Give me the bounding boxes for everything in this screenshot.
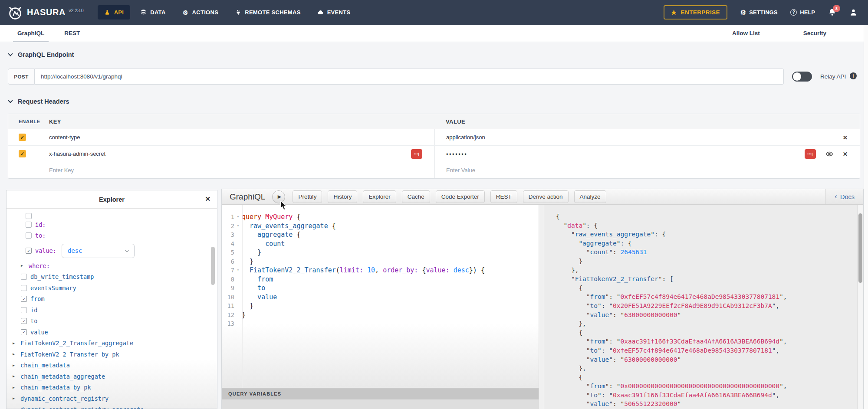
remove-header-icon[interactable]: ✕ (843, 151, 848, 157)
checkbox-icon[interactable] (21, 274, 27, 280)
collapse-arrow-icon[interactable]: ▶ (13, 341, 18, 345)
nav-item-api[interactable]: API (98, 5, 131, 20)
results-scrollbar-thumb[interactable] (858, 213, 862, 283)
explorer-row[interactable]: ✓from (7, 294, 217, 305)
toolbar-button-explorer[interactable]: Explorer (363, 190, 396, 203)
checkbox-icon[interactable] (21, 307, 27, 313)
notifications-button[interactable]: 8 (828, 8, 836, 16)
explorer-scrollbar-thumb[interactable] (211, 247, 215, 285)
page-scrollbar[interactable] (864, 25, 868, 409)
tab-graphiql[interactable]: GraphiQL (13, 25, 49, 42)
nav-item-data[interactable]: DATA (134, 5, 172, 20)
checkbox-icon[interactable]: ✓ (21, 318, 27, 324)
explorer-row[interactable]: ▶where: (7, 260, 217, 272)
explorer-row[interactable]: ✓value:desc (7, 241, 217, 260)
request-headers-section-header[interactable]: Request Headers (9, 98, 69, 105)
graphiql-toolbar: GraphiQL ▶ PrettifyHistoryExplorerCacheC… (222, 189, 863, 205)
explorer-row[interactable]: ▶FiatTokenV2_2_Transfer_by_pk (7, 349, 217, 360)
endpoint-url-input[interactable] (35, 69, 784, 85)
result-line: }, (556, 364, 863, 373)
toolbar-button-prettify[interactable]: Prettify (293, 190, 322, 203)
line-number: 12 (222, 311, 234, 320)
explorer-row[interactable]: ▶dynamic_contract_registry_aggregate (7, 404, 217, 409)
graphql-endpoint-section-header[interactable]: GraphQL Endpoint (9, 51, 74, 58)
explorer-row[interactable]: id (7, 304, 217, 316)
explorer-title: Explorer (99, 196, 125, 203)
toolbar-button-rest[interactable]: REST (490, 190, 517, 203)
question-icon: ? (790, 9, 797, 16)
checkbox-icon[interactable]: ✓ (21, 296, 27, 302)
nav-item-events[interactable]: EVENTS (311, 5, 357, 20)
checkbox-icon[interactable] (21, 285, 27, 291)
nav-item-actions[interactable]: ⚙ ACTIONS (176, 5, 225, 20)
docs-button[interactable]: ‹ Docs (825, 189, 863, 204)
query-editor[interactable]: 1▾query MyQuery {2▾ raw_events_aggregate… (222, 205, 539, 388)
collapse-arrow-icon[interactable]: ▶ (13, 396, 18, 400)
header-enabled-checkbox[interactable]: ✓ (19, 150, 26, 157)
toolbar-button-history[interactable]: History (328, 190, 357, 203)
toolbar-button-code-exporter[interactable]: Code Exporter (436, 190, 485, 203)
sort-direction-dropdown[interactable]: desc (62, 244, 135, 258)
explorer-row[interactable]: ▶dynamic_contract_registry (7, 393, 217, 404)
checkbox-icon[interactable] (26, 232, 32, 239)
collapse-arrow-icon[interactable]: ▶ (21, 264, 26, 268)
explorer-row[interactable]: ▶chain_metadata_by_pk (7, 382, 217, 393)
checkbox-icon[interactable]: ✓ (21, 329, 27, 335)
reveal-secret-eye-icon[interactable] (825, 150, 833, 158)
settings-button[interactable]: ⚙ SETTINGS (740, 9, 777, 16)
explorer-row[interactable]: ▶chain_metadata_aggregate (7, 371, 217, 382)
nav-item-remote-schemas[interactable]: REMOTE SCHEMAS (228, 5, 307, 20)
checkbox-icon[interactable] (26, 213, 32, 219)
header-enabled-checkbox[interactable]: ✓ (19, 134, 26, 141)
explorer-row[interactable]: ▶chain_metadata (7, 360, 217, 371)
tab-allow-list[interactable]: Allow List (728, 25, 764, 42)
toolbar-button-derive-action[interactable]: Derive action (523, 190, 569, 203)
new-header-key-input[interactable]: Enter Key (41, 162, 434, 178)
hasura-logo-icon[interactable] (7, 4, 23, 21)
user-menu-button[interactable] (849, 8, 858, 16)
explorer-row[interactable]: db_write_timestamp (7, 272, 217, 283)
explorer-row[interactable]: ✓value (7, 327, 217, 338)
result-line: }, (556, 266, 863, 275)
toolbar-buttons: PrettifyHistoryExplorerCacheCode Exporte… (293, 190, 612, 203)
info-icon[interactable]: i (850, 72, 857, 79)
explorer-row[interactable]: id: (7, 219, 217, 230)
line-number: 9 (222, 284, 234, 293)
new-header-value-input[interactable]: Enter Value (434, 162, 860, 178)
toolbar-button-cache[interactable]: Cache (402, 190, 430, 203)
query-variables-editor[interactable] (222, 399, 539, 409)
help-button[interactable]: ? HELP (790, 9, 815, 16)
relay-api-toggle[interactable] (792, 72, 812, 82)
explorer-row[interactable] (7, 210, 217, 219)
header-key[interactable]: x-hasura-admin-secret (49, 151, 105, 157)
collapse-arrow-icon[interactable]: ▶ (13, 363, 18, 367)
collapse-arrow-icon[interactable]: ▶ (13, 386, 18, 389)
collapse-arrow-icon[interactable]: ▶ (13, 352, 18, 356)
tab-rest[interactable]: REST (60, 25, 84, 42)
masked-header-value[interactable]: ••••••• (446, 151, 467, 157)
enterprise-button[interactable]: ★ ENTERPRISE (664, 5, 727, 20)
fold-arrow-icon (234, 257, 242, 266)
checkbox-icon[interactable] (26, 222, 32, 228)
result-line: "from": "0x00000000000000000000000000000… (556, 382, 863, 391)
editor-results-divider[interactable] (539, 205, 544, 409)
header-key[interactable]: content-type (49, 134, 80, 141)
explorer-row[interactable]: ✓to (7, 316, 217, 327)
collapse-arrow-icon[interactable]: ▶ (13, 374, 18, 378)
tab-security[interactable]: Security (799, 25, 831, 42)
header-value[interactable]: application/json (446, 134, 485, 141)
query-variables-bar[interactable]: QUERY VARIABLES (222, 388, 539, 399)
star-icon: ★ (671, 9, 677, 16)
explorer-row[interactable]: to: (7, 230, 217, 242)
explorer-row-label: db_write_timestamp (30, 273, 94, 280)
explorer-row[interactable]: eventsSummary (7, 282, 217, 294)
remove-header-icon[interactable]: ✕ (843, 134, 848, 141)
toolbar-button-analyze[interactable]: Analyze (574, 190, 606, 203)
result-line: "to": "0xfeEF57c4f894e6417e468aDe9854330… (556, 346, 863, 355)
checkbox-icon[interactable]: ✓ (26, 248, 32, 254)
code-line: 8 from (222, 275, 539, 284)
explorer-row-label: where: (29, 262, 50, 269)
explorer-row[interactable]: ▶FiatTokenV2_2_Transfer_aggregate (7, 338, 217, 349)
close-icon[interactable]: ✕ (205, 195, 210, 203)
results-scrollbar-track[interactable] (857, 205, 863, 409)
